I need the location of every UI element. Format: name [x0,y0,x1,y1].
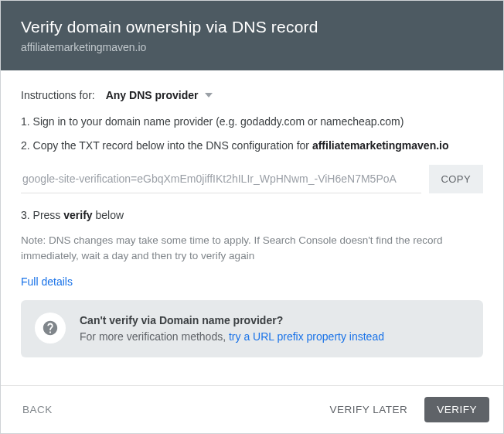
instructions-for-row: Instructions for: Any DNS provider [21,89,483,101]
step-2: 2. Copy the TXT record below into the DN… [21,138,483,154]
alternative-box: Can't verify via Domain name provider? F… [21,300,483,357]
dialog-header: Verify domain ownership via DNS record a… [1,1,503,70]
footer-left: BACK [15,398,60,422]
caret-down-icon [205,93,213,97]
url-prefix-link[interactable]: try a URL prefix property instead [229,330,384,343]
step-3-suffix: below [93,209,124,221]
verify-later-button[interactable]: VERIFY LATER [320,398,417,422]
verify-dns-dialog: Verify domain ownership via DNS record a… [0,0,504,434]
step-3-prefix: 3. Press [21,209,63,221]
footer-right: VERIFY LATER VERIFY [320,397,489,422]
dns-provider-value: Any DNS provider [106,89,199,101]
step-3-bold: verify [63,209,92,221]
question-icon [35,313,66,343]
step-1: 1. Sign in to your domain name provider … [21,114,483,130]
txt-record-row: COPY [21,165,483,193]
verify-button[interactable]: VERIFY [424,397,489,422]
step-3: 3. Press verify below [21,207,483,224]
dns-provider-select[interactable]: Any DNS provider [106,89,213,101]
alternative-title: Can't verify via Domain name provider? [80,313,384,329]
dns-note: Note: DNS changes may take some time to … [21,233,483,265]
copy-button[interactable]: COPY [429,165,483,193]
alternative-text: Can't verify via Domain name provider? F… [80,313,384,345]
alternative-line-prefix: For more verification methods, [80,330,229,343]
dialog-footer: BACK VERIFY LATER VERIFY [1,385,503,433]
instructions-for-label: Instructions for: [21,89,95,101]
step-2-domain: affiliatemarketingmaven.io [312,139,449,152]
txt-record-input[interactable] [21,165,421,193]
dialog-domain: affiliatemarketingmaven.io [21,41,483,53]
alternative-line: For more verification methods, try a URL… [80,329,384,345]
dialog-body: Instructions for: Any DNS provider 1. Si… [1,70,503,385]
step-2-prefix: 2. Copy the TXT record below into the DN… [21,139,312,152]
back-button[interactable]: BACK [15,398,60,422]
dialog-title: Verify domain ownership via DNS record [21,18,483,36]
full-details-link[interactable]: Full details [21,275,73,288]
